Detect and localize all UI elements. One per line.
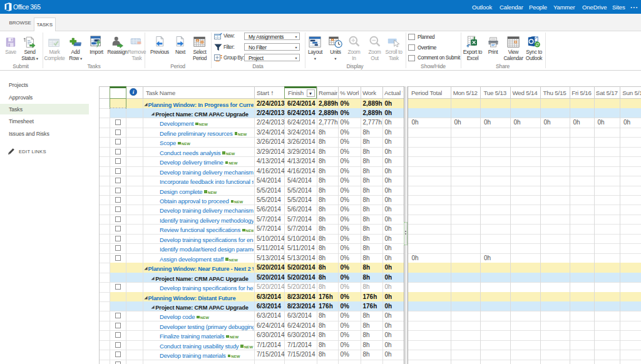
svg-text:i: i [133, 89, 135, 95]
